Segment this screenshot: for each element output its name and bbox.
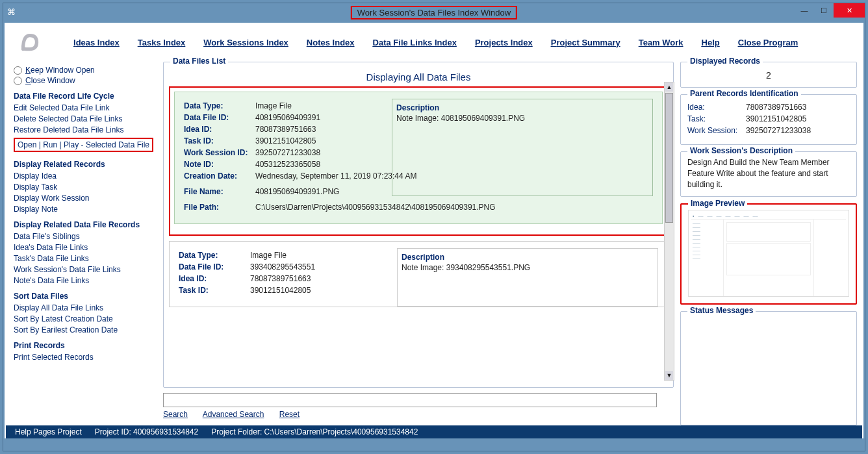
search-row: Search Advanced Search Reset	[163, 410, 674, 419]
parent-idea-label: Idea:	[687, 103, 746, 112]
restore-deleted-links[interactable]: Restore Deleted Data File Links	[14, 125, 154, 134]
sort-heading: Sort Data Files	[14, 292, 154, 301]
image-preview-thumbnail[interactable]: ●—————————————— ————————————————————————…	[688, 210, 849, 297]
file-path-label: File Path:	[184, 203, 255, 212]
content-area: Ideas Index Tasks Index Work Sessions In…	[5, 23, 863, 438]
display-work-session[interactable]: Display Work Session	[14, 194, 154, 203]
parent-records-fieldset: Parent Records Identification Idea:78087…	[680, 94, 857, 145]
data-file-id-label: Data File ID:	[184, 113, 255, 122]
edit-selected-link[interactable]: Edit Selected Data File Link	[14, 103, 154, 112]
display-all-links[interactable]: Display All Data File Links	[14, 303, 154, 312]
note-df-links[interactable]: Note's Data File Links	[14, 276, 154, 285]
file-path-value: C:\Users\Darren\Projects\400956931534842…	[255, 203, 496, 212]
close-button[interactable]: ✕	[834, 3, 865, 18]
data-file-record[interactable]: Data Type:Image File Data File ID:393408…	[169, 241, 668, 307]
displayed-records-fieldset: Displayed Records 2	[680, 62, 857, 88]
file-name-value: 408195069409391.PNG	[255, 187, 339, 196]
data-type-value: Image File	[250, 251, 287, 260]
image-preview-fieldset: Image Preview ●—————————————— ——————————…	[680, 203, 857, 305]
menu-data-file-links-index[interactable]: Data File Links Index	[373, 38, 457, 47]
parent-ws-label: Work Session:	[687, 126, 746, 135]
ws-df-links[interactable]: Work Session's Data File Links	[14, 265, 154, 274]
selected-record-highlight: Data Type:Image File Data File ID:408195…	[169, 86, 668, 236]
keep-window-open-radio[interactable]: Keep Window Open	[14, 66, 154, 75]
window-controls: — ☐ ✕	[795, 3, 865, 18]
menu-ideas-index[interactable]: Ideas Index	[73, 38, 120, 47]
idea-id-value: 78087389751663	[250, 274, 311, 283]
search-link[interactable]: Search	[163, 410, 188, 419]
parent-task-value: 39012151042805	[746, 114, 806, 123]
siblings-link[interactable]: Data File's Siblings	[14, 232, 154, 241]
open-run-play-link[interactable]: Open | Run | Play - Selected Data File	[14, 138, 153, 152]
records-scroll-area: Data Type:Image File Data File ID:408195…	[169, 86, 668, 385]
keep-open-radio-input[interactable]	[14, 66, 22, 75]
parent-records-legend: Parent Records Identification	[687, 89, 801, 98]
window-title: Work Session's Data Files Index Window	[351, 6, 517, 19]
advanced-search-link[interactable]: Advanced Search	[203, 410, 264, 419]
close-window-radio-input[interactable]	[14, 77, 22, 85]
description-value: Note Image: 408195069409391.PNG	[396, 114, 648, 123]
data-file-record[interactable]: Data Type:Image File Data File ID:408195…	[174, 92, 663, 224]
status-project-id: Project ID: 400956931534842	[95, 427, 198, 436]
menu-help[interactable]: Help	[702, 38, 720, 47]
parent-ws-value: 392507271233038	[746, 126, 811, 135]
data-type-label: Data Type:	[179, 251, 250, 260]
menu-work-sessions-index[interactable]: Work Sessions Index	[203, 38, 288, 47]
scroll-thumb[interactable]	[665, 93, 673, 223]
status-bar: Help Pages Project Project ID: 400956931…	[6, 425, 862, 438]
menu-team-work[interactable]: Team Work	[639, 38, 683, 47]
maximize-button[interactable]: ☐	[814, 3, 834, 18]
idea-df-links[interactable]: Idea's Data File Links	[14, 243, 154, 252]
status-messages-legend: Status Messages	[687, 306, 756, 315]
print-selected[interactable]: Print Selected Records	[14, 353, 154, 362]
description-label: Description	[396, 103, 648, 112]
display-note[interactable]: Display Note	[14, 205, 154, 214]
description-label: Description	[402, 253, 654, 262]
status-help-project: Help Pages Project	[15, 427, 82, 436]
menu-close-program[interactable]: Close Program	[738, 38, 798, 47]
data-files-list-legend: Data Files List	[170, 57, 228, 66]
delete-selected-links[interactable]: Delete Selected Data File Links	[14, 114, 154, 123]
minimize-button[interactable]: —	[795, 3, 814, 18]
main-layout: Keep Window Open Close Window Data File …	[5, 62, 863, 425]
image-preview-legend: Image Preview	[688, 199, 747, 208]
creation-date-label: Creation Date:	[184, 171, 255, 181]
close-window-label: Close Window	[25, 76, 75, 85]
scroll-down-arrow[interactable]: ▼	[665, 371, 673, 380]
logo-icon	[16, 29, 44, 56]
data-type-value: Image File	[255, 101, 292, 110]
ws-id-value: 392507271233038	[255, 148, 320, 157]
app-icon: ⌘	[7, 7, 20, 18]
menu-notes-index[interactable]: Notes Index	[307, 38, 355, 47]
close-window-radio[interactable]: Close Window	[14, 76, 154, 85]
description-box: Description Note Image: 393408295543551.…	[397, 248, 658, 307]
sort-latest[interactable]: Sort By Latest Creation Date	[14, 314, 154, 323]
task-id-label: Task ID:	[179, 286, 250, 295]
scroll-up-arrow[interactable]: ▲	[665, 82, 673, 92]
menu-tasks-index[interactable]: Tasks Index	[138, 38, 185, 47]
task-df-links[interactable]: Task's Data File Links	[14, 254, 154, 263]
vertical-scrollbar[interactable]: ▲ ▼	[664, 82, 674, 381]
reset-link[interactable]: Reset	[279, 410, 300, 419]
data-file-id-label: Data File ID:	[179, 262, 250, 271]
data-files-list-fieldset: Data Files List Displaying All Data File…	[163, 62, 674, 388]
menu-projects-index[interactable]: Projects Index	[475, 38, 533, 47]
display-idea[interactable]: Display Idea	[14, 171, 154, 181]
menu-project-summary[interactable]: Project Summary	[551, 38, 620, 47]
search-input[interactable]	[163, 393, 657, 407]
top-menu: Ideas Index Tasks Index Work Sessions In…	[5, 23, 863, 62]
parent-idea-value: 78087389751663	[746, 103, 806, 112]
sort-earliest[interactable]: Sort By Earilest Creation Date	[14, 325, 154, 334]
note-id-value: 405312523365058	[255, 160, 320, 169]
task-id-label: Task ID:	[184, 136, 255, 145]
description-value: Note Image: 393408295543551.PNG	[402, 263, 654, 272]
center-panel: Data Files List Displaying All Data File…	[159, 62, 678, 425]
data-file-id-value: 393408295543551	[250, 262, 315, 271]
print-heading: Print Records	[14, 341, 154, 350]
ws-description-legend: Work Session's Description	[687, 146, 795, 155]
related-df-heading: Display Related Data File Records	[14, 220, 154, 229]
displayed-count: 2	[687, 70, 850, 81]
right-panel: Displayed Records 2 Parent Records Ident…	[678, 62, 860, 425]
display-task[interactable]: Display Task	[14, 183, 154, 192]
file-name-label: File Name:	[184, 187, 255, 196]
